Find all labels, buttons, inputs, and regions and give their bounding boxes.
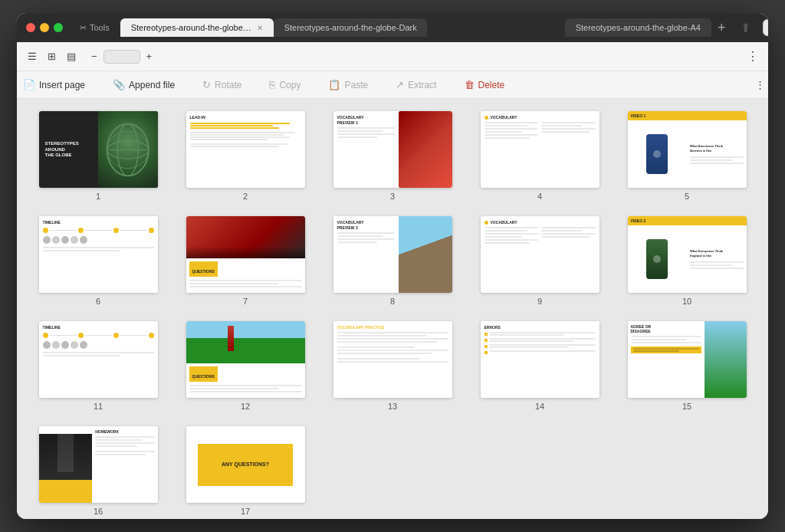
page-13-num: 13 bbox=[388, 402, 397, 411]
page-2[interactable]: LEAD-IN 2 bbox=[186, 111, 305, 201]
tab-1[interactable]: Stereotypes-around-the-globe-Light ✕ bbox=[120, 18, 274, 37]
grid-view-button[interactable]: ⊞ bbox=[43, 48, 61, 65]
slide-2-label: LEAD-IN bbox=[190, 115, 301, 120]
app-window: ✂ Tools Stereotypes-around-the-globe-Lig… bbox=[17, 13, 768, 519]
page-4[interactable]: VOCABULARY bbox=[481, 111, 599, 201]
page-14[interactable]: ERRORS bbox=[481, 321, 599, 411]
view-controls: ☰ ⊞ ▤ bbox=[23, 48, 80, 65]
page-1-num: 1 bbox=[96, 192, 100, 201]
zoom-out-button[interactable]: − bbox=[87, 48, 102, 65]
page-8[interactable]: VOCABULARY PREVIEW 2 bbox=[333, 216, 452, 306]
page-17[interactable]: ANY QUESTIONS? 17 bbox=[186, 426, 305, 516]
pages-content: STEREOTYPESAROUNDTHE GLOBE bbox=[17, 99, 768, 519]
share-button[interactable]: ⬆ bbox=[737, 18, 754, 38]
action-toolbar: 📄 Insert page 📎 Append file ↻ Rotate ⎘ C… bbox=[17, 71, 768, 99]
maximize-button[interactable] bbox=[54, 23, 63, 32]
page-17-num: 17 bbox=[241, 507, 250, 516]
page-view-button[interactable]: ▤ bbox=[62, 48, 80, 65]
copy-icon: ⎘ bbox=[269, 79, 275, 90]
traffic-lights bbox=[26, 23, 63, 32]
append-file-button[interactable]: 📎 Append file bbox=[107, 76, 181, 94]
extract-button[interactable]: ↗ Extract bbox=[389, 76, 442, 94]
page-8-num: 8 bbox=[390, 297, 395, 306]
search-wrapper: 🔍 bbox=[763, 19, 768, 36]
append-file-icon: 📎 bbox=[113, 79, 125, 90]
copy-button[interactable]: ⎘ Copy bbox=[263, 76, 307, 94]
tab-3[interactable]: Stereotypes-around-the-globe-A4 bbox=[565, 18, 711, 37]
page-9[interactable]: VOCABULARY bbox=[481, 216, 599, 306]
page-10[interactable]: VIDEO 2 What Europea bbox=[628, 216, 747, 306]
page-15-num: 15 bbox=[682, 402, 691, 411]
globe-svg bbox=[98, 111, 158, 188]
page-6-num: 6 bbox=[96, 297, 100, 306]
insert-page-button[interactable]: 📄 Insert page bbox=[17, 76, 91, 94]
zoom-input[interactable]: 34% bbox=[103, 50, 140, 64]
page-16[interactable]: HOMEWORK 16 bbox=[39, 426, 158, 516]
search-input[interactable] bbox=[763, 19, 768, 36]
page-13[interactable]: VOCABULARY PRACTICE bbox=[333, 321, 452, 411]
insert-page-icon: 📄 bbox=[23, 79, 35, 90]
delete-button[interactable]: 🗑 Delete bbox=[458, 76, 511, 94]
page-15[interactable]: AGREE ORDISAGREE bbox=[628, 321, 747, 411]
page-9-num: 9 bbox=[537, 297, 542, 306]
main-toolbar: ☰ ⊞ ▤ − 34% + ⋮ bbox=[17, 42, 768, 71]
extract-icon: ↗ bbox=[396, 79, 404, 90]
rotate-button[interactable]: ↻ Rotate bbox=[196, 76, 248, 94]
pages-grid: STEREOTYPESAROUNDTHE GLOBE bbox=[32, 111, 753, 516]
scissors-icon: ✂ bbox=[80, 23, 87, 33]
page-3[interactable]: VOCABULARY PREVIEW 1 bbox=[333, 111, 452, 201]
tabs-area: Stereotypes-around-the-globe-Light ✕ Ste… bbox=[120, 18, 732, 37]
slide-1-title: STEREOTYPESAROUNDTHE GLOBE bbox=[45, 141, 93, 159]
sidebar-toggle[interactable]: ☰ bbox=[23, 48, 41, 65]
tab-2[interactable]: Stereotypes-around-the-globe-Dark bbox=[274, 18, 427, 37]
minimize-button[interactable] bbox=[40, 23, 49, 32]
paste-icon: 📋 bbox=[328, 79, 340, 90]
more-options-button[interactable]: ⋮ bbox=[744, 46, 762, 67]
paste-button[interactable]: 📋 Paste bbox=[322, 76, 374, 94]
zoom-controls: − 34% + bbox=[87, 48, 156, 65]
page-4-num: 4 bbox=[537, 192, 542, 201]
page-12-num: 12 bbox=[241, 402, 250, 411]
page-14-num: 14 bbox=[535, 402, 544, 411]
page-3-num: 3 bbox=[390, 192, 395, 201]
delete-icon: 🗑 bbox=[465, 79, 475, 90]
page-6[interactable]: TIMELINE bbox=[39, 216, 158, 306]
page-12[interactable]: QUESTIONS 12 bbox=[186, 321, 305, 411]
page-5-num: 5 bbox=[685, 192, 689, 201]
page-5[interactable]: VIDEO 1 What America bbox=[628, 111, 747, 201]
action-more-button[interactable]: ⋮ bbox=[752, 76, 768, 94]
rotate-icon: ↻ bbox=[202, 79, 211, 90]
zoom-in-button[interactable]: + bbox=[142, 48, 157, 65]
tools-button[interactable]: ✂ Tools bbox=[75, 21, 114, 34]
page-2-num: 2 bbox=[243, 192, 248, 201]
close-button[interactable] bbox=[26, 23, 35, 32]
page-11[interactable]: TIMELINE bbox=[39, 321, 158, 411]
page-10-num: 10 bbox=[682, 297, 691, 306]
titlebar: ✂ Tools Stereotypes-around-the-globe-Lig… bbox=[17, 13, 768, 42]
page-16-num: 16 bbox=[94, 507, 103, 516]
page-1[interactable]: STEREOTYPESAROUNDTHE GLOBE bbox=[39, 111, 158, 201]
page-7[interactable]: QUESTIONS 7 bbox=[186, 216, 305, 306]
tab-1-close[interactable]: ✕ bbox=[257, 24, 263, 32]
add-tab-button[interactable]: + bbox=[711, 20, 732, 36]
page-11-num: 11 bbox=[94, 402, 103, 411]
page-7-num: 7 bbox=[243, 297, 248, 306]
